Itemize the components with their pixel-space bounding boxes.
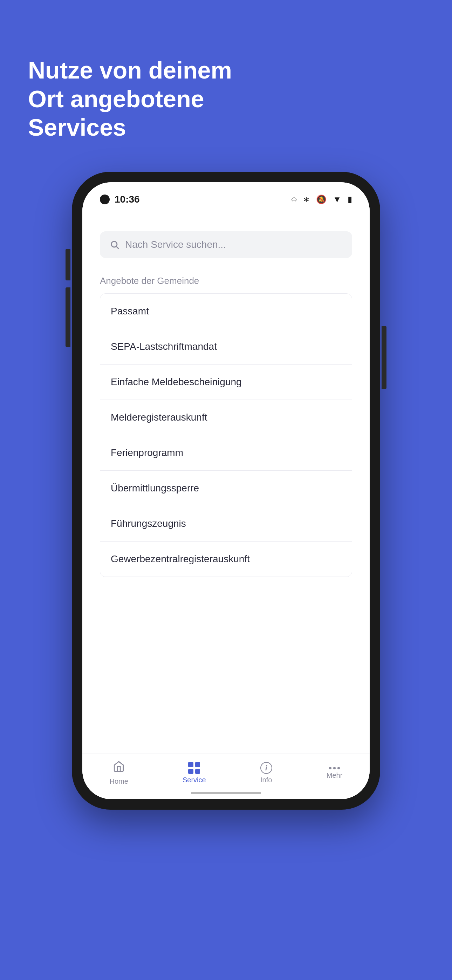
volume-down-button <box>65 287 70 319</box>
service-item[interactable]: Einfache Meldebescheinigung <box>100 364 352 400</box>
service-item[interactable]: SEPA-Lastschriftmandat <box>100 329 352 364</box>
search-icon <box>110 240 119 250</box>
page-headline: Nutze von deinem Ort angebotene Services <box>28 56 273 142</box>
home-indicator <box>191 792 261 794</box>
nav-label-home: Home <box>110 777 128 786</box>
volume-up-button <box>65 249 70 280</box>
battery-icon: ▮ <box>348 194 352 204</box>
service-list: Passamt SEPA-Lastschriftmandat Einfache … <box>100 293 352 577</box>
bluetooth-icon: ∗ <box>303 194 310 204</box>
phone-shell: 10:36 ⍾︎ ∗ 🔕 ▼ ▮ <box>72 172 380 810</box>
info-icon: i <box>260 762 272 774</box>
bluetooth-icon: ⍾︎ <box>291 194 296 204</box>
service-item[interactable]: Gewerbezentralregisterauskunft <box>100 541 352 577</box>
service-item[interactable]: Ferienprogramm <box>100 435 352 471</box>
nav-item-info[interactable]: i Info <box>260 762 272 784</box>
nav-item-home[interactable]: Home <box>110 760 128 786</box>
section-title: Angebote der Gemeinde <box>100 275 352 286</box>
wifi-icon: ▼ <box>333 194 341 204</box>
muted-bell-icon: 🔕 <box>316 194 326 204</box>
svg-point-0 <box>111 242 117 247</box>
phone-wrapper: 10:36 ⍾︎ ∗ 🔕 ▼ ▮ <box>72 172 380 810</box>
service-item[interactable]: Übermittlungssperre <box>100 471 352 506</box>
nav-label-service: Service <box>183 776 206 784</box>
status-icons: ⍾︎ ∗ 🔕 ▼ ▮ <box>291 194 352 204</box>
camera-dot <box>100 194 110 204</box>
phone-screen: 10:36 ⍾︎ ∗ 🔕 ▼ ▮ <box>82 182 370 799</box>
page-background: Nutze von deinem Ort angebotene Services… <box>0 0 452 980</box>
status-time: 10:36 <box>115 194 140 205</box>
svg-line-1 <box>116 247 118 248</box>
status-time-area: 10:36 <box>100 194 140 205</box>
nav-item-mehr[interactable]: Mehr <box>326 767 343 780</box>
search-bar[interactable]: Nach Service suchen... <box>100 231 352 258</box>
app-content: Nach Service suchen... Angebote der Geme… <box>82 210 370 754</box>
grid-icon <box>188 762 200 774</box>
service-item[interactable]: Passamt <box>100 294 352 329</box>
service-item[interactable]: Melderegisterauskunft <box>100 400 352 435</box>
home-icon <box>113 760 125 775</box>
search-placeholder: Nach Service suchen... <box>125 239 226 250</box>
nav-item-service[interactable]: Service <box>183 762 206 784</box>
status-bar: 10:36 ⍾︎ ∗ 🔕 ▼ ▮ <box>82 182 370 210</box>
more-icon <box>329 767 340 769</box>
nav-label-info: Info <box>260 776 272 784</box>
service-item[interactable]: Führungszeugnis <box>100 506 352 541</box>
nav-label-mehr: Mehr <box>326 772 343 780</box>
